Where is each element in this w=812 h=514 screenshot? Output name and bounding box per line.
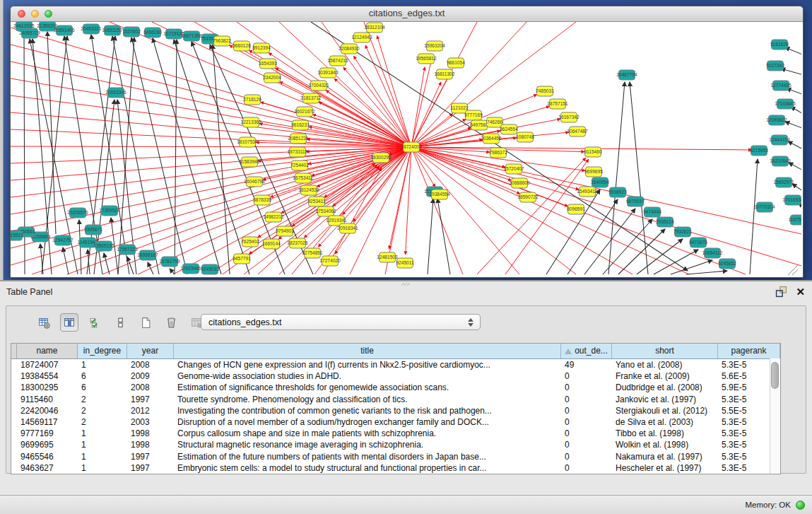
graph-node-label: 3915921 — [11, 233, 23, 238]
column-header-out_de[interactable]: out_de... — [561, 344, 612, 358]
table-cell: Dudbridge et al. (2008) — [612, 382, 718, 393]
minimize-window-button[interactable] — [31, 10, 39, 18]
graph-node-label: 17274020 — [319, 258, 341, 263]
node-table: namein_degreeyeartitleout_de...shortpage… — [11, 343, 781, 474]
delete-rows-icon[interactable] — [162, 313, 180, 332]
row-gutter-cell — [11, 382, 17, 393]
graph-node-label: 8912394 — [252, 45, 271, 50]
graph-node-label: 20453221 — [81, 26, 102, 31]
graph-node-label: 16958167 — [137, 252, 158, 257]
graph-node-label: 2935114 — [656, 219, 674, 224]
table-cell: Estimation of the future numbers of pati… — [174, 451, 561, 462]
table-cell: 1997 — [127, 462, 174, 474]
graph-node-label: 8471676 — [689, 240, 707, 245]
network-canvas[interactable]: 2461203521358201240557292069140620453221… — [11, 22, 801, 276]
table-cell: 22420046 — [17, 405, 78, 416]
graph-node-label: 13505135 — [93, 243, 114, 248]
graph-node-label: 16671358 — [181, 33, 202, 38]
table-row[interactable]: 1938455462009Genome-wide association stu… — [11, 370, 780, 382]
memory-indicator-icon — [796, 501, 805, 510]
graph-node-label: 1121022 — [450, 105, 469, 110]
table-cell: 18724007 — [17, 359, 78, 370]
column-header-year[interactable]: year — [127, 344, 174, 358]
graph-node-label: 9227343 — [766, 63, 784, 68]
table-cell: Tibbo et al. (1998) — [612, 428, 718, 439]
table-settings-icon[interactable] — [35, 313, 53, 332]
scrollbar-thumb[interactable] — [771, 362, 779, 389]
row-gutter-cell — [11, 370, 17, 382]
table-source-dropdown[interactable]: citations_edges.txt — [201, 314, 481, 330]
graph-node-label: 18312104 — [364, 25, 385, 30]
graph-node-label: 10653257 — [102, 28, 123, 33]
table-row[interactable]: 969969511998Structural magnetic resonanc… — [11, 439, 780, 450]
graph-node-label: 1080748 — [516, 134, 534, 139]
table-cell: 6 — [78, 370, 127, 382]
graph-node-label: 11675533 — [789, 217, 801, 222]
table-row[interactable]: 1456911722003Disruption of a novel membe… — [11, 416, 780, 428]
canvas-resize-grip[interactable] — [788, 265, 798, 275]
row-height-icon[interactable] — [111, 313, 129, 332]
network-view-window: citations_edges.txt 24612035213582012405… — [10, 6, 804, 278]
graph-node-label: 2342004 — [263, 75, 281, 80]
graph-node-label: 7932621 — [673, 229, 692, 234]
show-columns-icon[interactable] — [60, 313, 78, 332]
graph-node-label: 16210643 — [770, 158, 791, 163]
citation-network-graph[interactable]: 2461203521358201240557292069140620453221… — [11, 22, 801, 276]
table-cell: 0 — [561, 382, 612, 393]
table-row[interactable]: 946554611997Estimation of the future num… — [11, 451, 780, 462]
float-panel-icon[interactable] — [775, 286, 787, 298]
select-rows-icon[interactable] — [86, 313, 104, 332]
graph-node-label: 7963822 — [213, 38, 231, 43]
graph-node-label: 12919341 — [326, 218, 347, 223]
table-cell: 1 — [78, 462, 127, 474]
table-cell: Tourette syndrome. Phenomenology and cla… — [174, 394, 561, 405]
column-header-short[interactable]: short — [612, 344, 718, 358]
table-header-row: namein_degreeyeartitleout_de...shortpage… — [11, 344, 780, 359]
table-row[interactable]: 911546021997Tourette syndrome. Phenomeno… — [11, 394, 780, 405]
graph-node-label: 1654393 — [259, 61, 277, 66]
table-cell: 49 — [561, 359, 612, 370]
vertical-scrollbar[interactable] — [770, 358, 780, 474]
table-cell: 9465546 — [17, 451, 78, 462]
desktop-background: citations_edges.txt 24612035213582012405… — [0, 0, 812, 280]
graph-node-label: 16021672 — [294, 109, 315, 114]
graph-node-label: 9777169 — [464, 112, 483, 117]
graph-node-label: 12923446 — [180, 266, 201, 271]
column-header-pagerank[interactable]: pagerank — [718, 344, 780, 358]
table-cell: 1997 — [127, 394, 174, 405]
graph-node-label: 12481503 — [377, 255, 398, 259]
graph-node-label: 9474444 — [643, 209, 661, 214]
graph-node-label: 18757151 — [547, 101, 568, 106]
table-row[interactable]: 2242004622012Investigating the contribut… — [11, 405, 780, 416]
zoom-window-button[interactable] — [45, 10, 52, 18]
column-header-title[interactable]: title — [174, 344, 561, 358]
table-cell: 0 — [561, 451, 612, 462]
table-row[interactable]: 946362711997Embryonic stem cells: a mode… — [11, 462, 780, 474]
table-row[interactable]: 1872400712008Changes of HCN gene express… — [11, 359, 780, 370]
graph-node-label: 20364456 — [481, 136, 502, 141]
graph-node-label: 18124533 — [298, 187, 319, 192]
window-titlebar[interactable]: citations_edges.txt — [11, 6, 803, 22]
splitter-grip-icon[interactable] — [401, 282, 411, 286]
close-panel-icon[interactable]: ✕ — [796, 286, 805, 298]
graph-node-label: 5938923 — [608, 189, 627, 194]
table-cell: Corpus callosum shape and size in male p… — [174, 428, 561, 439]
graph-node-label: 9794903 — [276, 228, 294, 233]
graph-node-label: 10647487 — [567, 129, 588, 134]
table-row[interactable]: 1830029562008Estimation of significance … — [11, 382, 780, 393]
table-cell: 0 — [561, 416, 612, 428]
graph-node-label: 17534062 — [315, 209, 336, 214]
graph-node-label: 1640954 — [591, 180, 609, 185]
graph-node-label: 16467794 — [616, 72, 637, 77]
table-row[interactable]: 977716911998Corpus callosum shape and si… — [11, 428, 780, 439]
column-header-name[interactable]: name — [17, 344, 78, 358]
new-table-icon[interactable] — [136, 313, 155, 332]
table-cell: 1998 — [127, 439, 174, 450]
graph-node-label: 9395871 — [84, 227, 102, 232]
graph-node-label: 9253411 — [307, 199, 326, 204]
column-header-in_degree[interactable]: in_degree — [78, 344, 127, 358]
table-cell: 0 — [561, 439, 612, 450]
graph-node-label: 9660128 — [233, 43, 251, 48]
close-window-button[interactable] — [18, 10, 25, 18]
table-cell: 2 — [78, 405, 127, 416]
